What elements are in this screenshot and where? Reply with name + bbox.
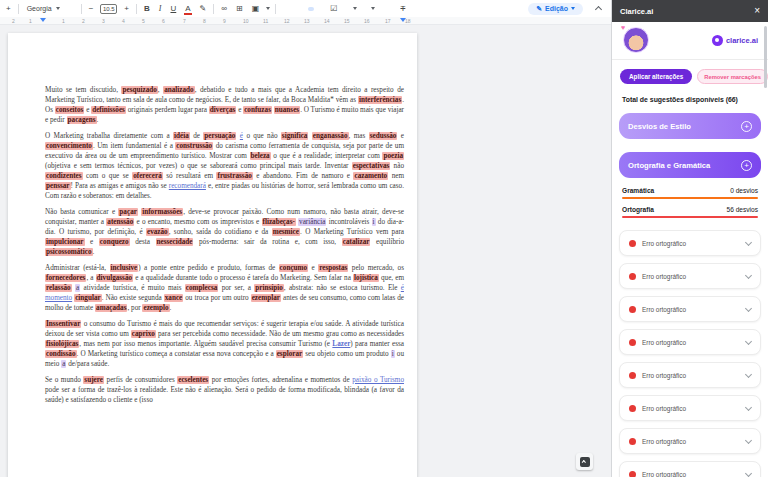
clear-formatting-button[interactable]: T <box>398 4 407 14</box>
stat-gramática[interactable]: Gramática0 desvios <box>622 187 758 199</box>
spelling-error-highlight[interactable]: cingular <box>74 294 102 302</box>
spelling-error-highlight[interactable]: ecselentes <box>177 376 209 384</box>
font-size-decrease-button[interactable]: − <box>87 4 96 14</box>
spelling-error-highlight[interactable]: sujere <box>83 376 104 384</box>
spelling-error-highlight[interactable]: conçumo <box>279 264 309 272</box>
suggestion-link[interactable]: recomendará <box>169 182 206 190</box>
hide-menus-button[interactable] <box>595 6 602 13</box>
spelling-error-highlight[interactable]: mesmice <box>272 228 300 236</box>
align-left-button[interactable] <box>281 8 285 10</box>
chevron-down-icon[interactable] <box>745 304 752 311</box>
error-card[interactable]: Erro ortográfico <box>619 230 761 256</box>
error-card[interactable]: Erro ortográfico <box>619 395 761 421</box>
error-card[interactable]: Erro ortográfico <box>619 263 761 289</box>
spelling-error-highlight[interactable]: pesquizado <box>121 86 157 94</box>
spelling-error-highlight[interactable]: oferecerá <box>132 172 163 180</box>
font-size-input[interactable]: 10.5 <box>100 4 117 14</box>
document-page[interactable]: Muito se tem discutido, pesquizado, anal… <box>8 33 417 477</box>
spelling-error-highlight[interactable]: persuação <box>203 132 236 140</box>
font-family-select[interactable]: Georgia <box>24 4 76 13</box>
spelling-error-highlight[interactable]: relassão <box>45 284 72 292</box>
spelling-error-highlight[interactable]: conquezo <box>99 238 130 246</box>
font-size-increase-button[interactable]: + <box>122 4 131 14</box>
spelling-error-highlight[interactable]: nessecidade <box>156 238 194 246</box>
numbered-list-caret[interactable] <box>371 7 375 10</box>
spelling-error-highlight[interactable]: poezia <box>382 152 404 160</box>
spelling-error-highlight[interactable]: beleza <box>250 152 271 160</box>
spelling-error-highlight[interactable]: impulcionar <box>45 238 85 246</box>
section-spelling-grammar[interactable]: Ortografia e Gramática + <box>619 152 761 178</box>
spelling-error-highlight[interactable]: amaçadas <box>95 304 127 312</box>
spelling-error-highlight[interactable]: pacagens <box>67 116 97 124</box>
close-icon[interactable]: × <box>754 6 760 16</box>
spelling-error-highlight[interactable]: respostas <box>318 264 348 272</box>
toolbar-overflow-button[interactable]: + <box>4 4 13 14</box>
spelling-error-highlight[interactable]: flizabeças- <box>262 218 296 226</box>
right-indent-marker[interactable] <box>400 18 406 22</box>
suggestion-link[interactable]: paixão o Turismo <box>352 376 404 384</box>
spelling-error-highlight[interactable]: atenssão <box>106 218 134 226</box>
spelling-error-highlight[interactable]: diverças <box>209 106 237 114</box>
error-card[interactable]: Erro ortográfico <box>619 296 761 322</box>
spelling-error-highlight[interactable]: conseitos <box>55 106 85 114</box>
align-right-button[interactable] <box>299 8 303 10</box>
spelling-error-highlight[interactable]: psicossomático <box>45 248 93 256</box>
spelling-error-highlight[interactable]: caprixo <box>131 330 156 338</box>
spelling-error-highlight[interactable]: significa <box>281 132 309 140</box>
editing-mode-button[interactable]: ✎ Edição <box>528 3 583 15</box>
spelling-error-highlight[interactable]: condissão <box>45 350 77 358</box>
spelling-error-highlight[interactable]: xance <box>164 294 184 302</box>
spelling-error-highlight[interactable]: convencimento <box>45 142 93 150</box>
floating-widget-button[interactable] <box>576 453 593 470</box>
align-center-button[interactable] <box>290 8 294 10</box>
spelling-error-highlight[interactable]: fornecedores <box>45 274 86 282</box>
error-card[interactable]: Erro ortográfico <box>619 428 761 454</box>
spelling-error-highlight[interactable]: lojística <box>353 274 379 282</box>
chevron-down-icon[interactable] <box>745 238 752 245</box>
checklist-button[interactable]: ☑ <box>328 4 339 14</box>
insert-link-button[interactable]: ∞ <box>219 4 229 14</box>
spelling-error-highlight[interactable]: confuzas <box>243 106 272 114</box>
spelling-error-highlight[interactable]: evazão <box>146 228 169 236</box>
spelling-error-highlight[interactable]: fisiolójicas <box>45 340 79 348</box>
spelling-error-highlight[interactable]: complecsa <box>185 284 219 292</box>
bulleted-list-button[interactable] <box>344 8 348 10</box>
expand-plus-icon[interactable]: + <box>741 121 752 132</box>
expand-plus-icon[interactable]: + <box>741 160 752 171</box>
spelling-error-highlight[interactable]: divulgassão <box>96 274 134 282</box>
spelling-error-highlight[interactable]: catalizar <box>342 238 371 246</box>
spelling-error-highlight[interactable]: espectativas <box>352 162 391 170</box>
line-spacing-button[interactable] <box>319 8 323 10</box>
add-comment-button[interactable]: ⊞ <box>234 4 245 14</box>
sidebar-scrollbar[interactable] <box>764 26 767 88</box>
spelling-error-highlight[interactable]: interferências <box>358 96 402 104</box>
spelling-error-highlight[interactable]: Inssentivar <box>45 320 81 328</box>
spelling-error-highlight[interactable]: definissões <box>91 106 126 114</box>
chevron-down-icon[interactable] <box>745 271 752 278</box>
chevron-down-icon[interactable] <box>745 436 752 443</box>
spelling-error-highlight[interactable]: prinsípio <box>254 284 284 292</box>
bold-button[interactable]: B <box>142 4 152 14</box>
bulleted-list-caret[interactable] <box>353 7 357 10</box>
left-indent-marker[interactable] <box>40 18 46 22</box>
error-card[interactable]: Erro ortográfico <box>619 329 761 355</box>
chevron-down-icon[interactable] <box>745 337 752 344</box>
chevron-down-icon[interactable] <box>745 403 752 410</box>
spelling-error-highlight[interactable]: construssão <box>175 142 213 150</box>
insert-image-caret[interactable] <box>266 7 270 10</box>
highlight-color-button[interactable]: ✎ <box>198 4 209 14</box>
suggestion-link[interactable]: Lazer <box>332 340 350 348</box>
stat-ortografia[interactable]: Ortografia56 desvios <box>622 206 758 218</box>
apply-changes-button[interactable]: Aplicar alterações <box>620 69 692 84</box>
align-justify-button[interactable] <box>308 7 314 11</box>
underline-button[interactable]: U <box>168 4 178 14</box>
spelling-error-highlight[interactable]: frustrassão <box>216 172 252 180</box>
section-style-deviations[interactable]: Desvios de Estilo + <box>619 113 761 139</box>
spelling-error-highlight[interactable]: informassões <box>141 208 183 216</box>
spelling-error-highlight[interactable]: paçar <box>118 208 138 216</box>
spelling-error-highlight[interactable]: analizado <box>163 86 195 94</box>
spelling-error-highlight[interactable]: cazamento <box>353 172 388 180</box>
spelling-error-highlight[interactable]: condizentes <box>45 172 83 180</box>
numbered-list-button[interactable] <box>362 8 366 10</box>
decrease-indent-button[interactable] <box>380 8 384 10</box>
